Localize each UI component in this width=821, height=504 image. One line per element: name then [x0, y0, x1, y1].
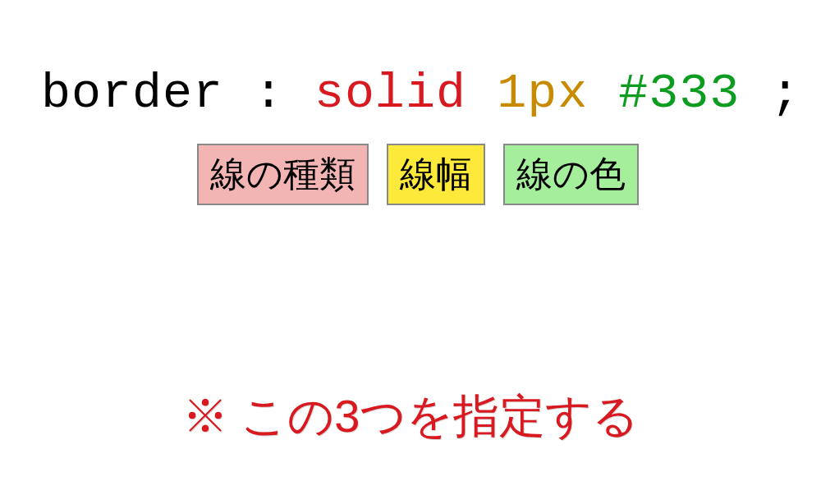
label-border-width: 線幅 — [387, 144, 485, 205]
css-semicolon: ; — [740, 66, 800, 121]
css-border-color: #333 — [618, 66, 740, 121]
css-space — [588, 66, 618, 121]
css-code-line: border : solid 1px #333 ; — [41, 66, 800, 121]
note-text: ※ この3つを指定する — [0, 386, 821, 448]
css-property: border — [41, 66, 223, 121]
css-space — [466, 66, 497, 121]
labels-row: 線の種類 線幅 線の色 — [197, 144, 639, 205]
css-border-style: solid — [314, 66, 466, 121]
css-border-width: 1px — [497, 66, 588, 121]
label-border-color: 線の色 — [503, 144, 639, 205]
label-border-style: 線の種類 — [197, 144, 369, 205]
css-colon: : — [223, 66, 314, 121]
